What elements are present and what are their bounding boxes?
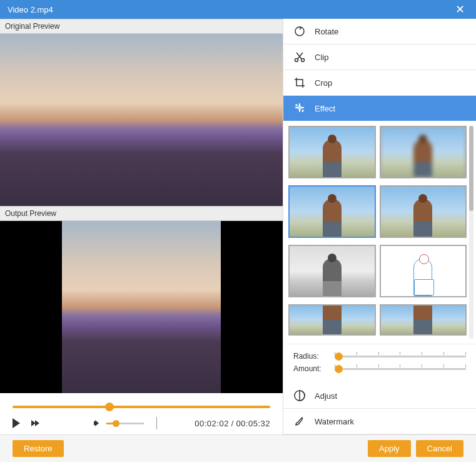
- effect-thumb[interactable]: [380, 126, 467, 178]
- effect-thumb[interactable]: [380, 245, 467, 297]
- effect-thumb[interactable]: [288, 245, 376, 297]
- contrast-icon: [293, 389, 306, 402]
- volume-icon[interactable]: [94, 419, 103, 428]
- menu-label: Clip: [315, 53, 328, 62]
- menu-label: Effect: [315, 104, 335, 113]
- menu-watermark[interactable]: Watermark: [283, 409, 476, 434]
- menu-crop[interactable]: Crop: [283, 70, 476, 96]
- svg-point-2: [301, 59, 305, 62]
- effect-scrollbar[interactable]: [469, 126, 473, 339]
- amount-label: Amount:: [293, 364, 328, 373]
- original-preview: [0, 34, 283, 206]
- fast-forward-icon[interactable]: [31, 418, 41, 428]
- amount-thumb[interactable]: [335, 365, 343, 373]
- volume-control: [94, 419, 144, 428]
- svg-point-6: [302, 110, 303, 111]
- svg-point-0: [295, 27, 304, 36]
- rotate-icon: [293, 25, 306, 38]
- radius-slider[interactable]: [335, 356, 466, 357]
- effect-thumb[interactable]: [288, 304, 376, 336]
- total-time: 00:05:32: [236, 419, 270, 428]
- seek-thumb[interactable]: [105, 403, 114, 411]
- effect-thumb[interactable]: [288, 126, 376, 178]
- volume-thumb[interactable]: [113, 420, 119, 427]
- svg-point-5: [296, 105, 297, 106]
- footer: Restore Apply Cancel: [0, 434, 476, 462]
- menu-rotate[interactable]: Rotate: [283, 19, 476, 44]
- effect-thumb[interactable]: [380, 185, 467, 238]
- preview-column: Original Preview Output Preview: [0, 19, 283, 434]
- effect-thumb[interactable]: [380, 304, 467, 336]
- effect-thumb[interactable]: [288, 185, 376, 238]
- brush-icon: [293, 415, 306, 428]
- crop-icon: [293, 76, 306, 89]
- menu-clip[interactable]: Clip: [283, 44, 476, 70]
- current-time: 00:02:02: [195, 419, 229, 428]
- effect-panel: [283, 121, 476, 344]
- menu-label: Adjust: [315, 391, 337, 401]
- scissors-icon: [293, 51, 306, 63]
- main-area: Original Preview Output Preview: [0, 19, 476, 434]
- volume-slider[interactable]: [106, 423, 144, 424]
- amount-slider[interactable]: [335, 368, 466, 370]
- scrollbar-handle[interactable]: [469, 126, 473, 211]
- menu-label: Rotate: [315, 27, 338, 36]
- effect-sliders: Radius: Amount:: [283, 344, 476, 383]
- menu-effect[interactable]: Effect: [283, 96, 476, 121]
- seek-slider[interactable]: [13, 406, 270, 408]
- restore-button[interactable]: Restore: [13, 440, 64, 457]
- close-icon[interactable]: ✕: [452, 1, 468, 18]
- radius-thumb[interactable]: [335, 352, 343, 361]
- original-preview-label: Original Preview: [0, 19, 283, 34]
- window-title: Video 2.mp4: [8, 5, 53, 14]
- time-display: 00:02:02 / 00:05:32: [195, 419, 270, 428]
- sparkle-icon: [293, 102, 306, 115]
- menu-label: Crop: [315, 78, 332, 88]
- tools-column: Rotate Clip Crop Effect: [283, 19, 476, 434]
- menu-label: Watermark: [315, 417, 354, 426]
- output-preview: [0, 221, 283, 393]
- title-bar: Video 2.mp4 ✕: [0, 0, 476, 19]
- play-icon[interactable]: [13, 418, 23, 428]
- svg-point-1: [295, 59, 298, 62]
- effect-thumbnails: [288, 126, 467, 339]
- player-controls: 00:02:02 / 00:05:32: [0, 393, 283, 434]
- radius-label: Radius:: [293, 352, 328, 361]
- menu-adjust[interactable]: Adjust: [283, 383, 476, 409]
- apply-button[interactable]: Apply: [368, 440, 411, 457]
- divider: [156, 417, 157, 429]
- cancel-button[interactable]: Cancel: [416, 440, 463, 457]
- output-preview-label: Output Preview: [0, 206, 283, 221]
